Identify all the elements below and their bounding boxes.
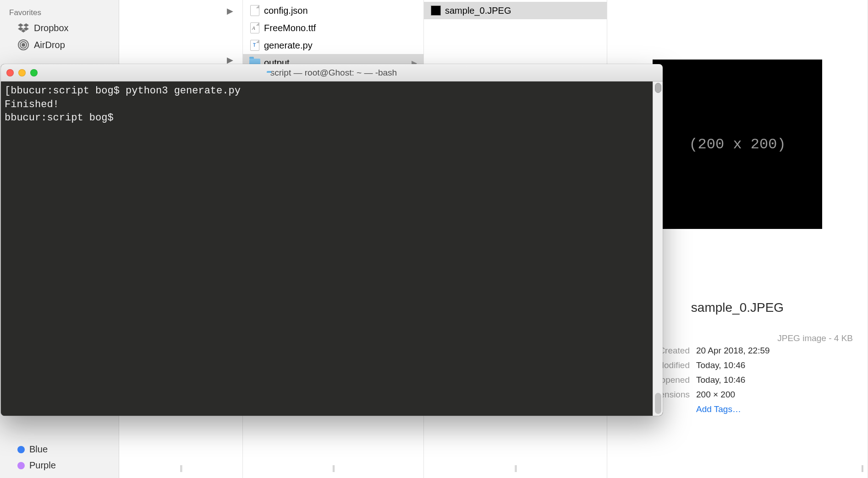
meta-value: 20 Apr 2018, 22:59: [696, 346, 770, 356]
tag-dot-icon: [17, 446, 25, 453]
sidebar-tag-label: Purple: [29, 460, 56, 471]
python-file-icon: T: [249, 39, 260, 51]
column-resize-handle[interactable]: ||: [332, 464, 334, 473]
sidebar-item-airdrop[interactable]: AirDrop: [0, 36, 119, 54]
file-row-config[interactable]: config.json: [243, 2, 423, 19]
dropbox-icon: [17, 23, 29, 33]
column-resize-handle[interactable]: ||: [514, 464, 516, 473]
column-resize-handle[interactable]: ||: [861, 464, 863, 473]
svg-marker-0: [18, 23, 23, 27]
preview-filename: sample_0.JPEG: [691, 300, 784, 315]
file-row-freemono[interactable]: A FreeMono.ttf: [243, 19, 423, 37]
add-tags-link[interactable]: Add Tags…: [696, 404, 741, 414]
airdrop-icon: [17, 39, 29, 51]
terminal-title: script — root@Ghost: ~ — -bash: [1, 68, 663, 78]
terminal-title-text: script — root@Ghost: ~ — -bash: [270, 68, 397, 78]
scroll-thumb[interactable]: [655, 393, 661, 414]
sidebar-tag-purple[interactable]: Purple: [0, 457, 119, 473]
close-icon[interactable]: [6, 69, 14, 76]
font-file-icon: A: [249, 22, 260, 34]
preview-image[interactable]: (200 x 200): [653, 60, 822, 229]
sidebar-item-label: Dropbox: [34, 23, 69, 33]
terminal-body: [bbucur:script bog$ python3 generate.py …: [1, 81, 663, 416]
scroll-indicator-icon: [655, 83, 661, 93]
minimize-icon[interactable]: [18, 69, 26, 76]
sidebar-item-dropbox[interactable]: Dropbox: [0, 20, 119, 36]
terminal-titlebar[interactable]: script — root@Ghost: ~ — -bash: [1, 64, 663, 81]
window-controls: [6, 69, 38, 76]
file-name: sample_0.JPEG: [445, 5, 511, 16]
sidebar-tag-blue[interactable]: Blue: [0, 441, 119, 457]
file-name: config.json: [264, 5, 308, 16]
terminal-window[interactable]: script — root@Ghost: ~ — -bash [bbucur:s…: [1, 64, 663, 416]
meta-value: Today, 10:46: [696, 360, 745, 370]
svg-marker-1: [23, 23, 29, 27]
document-icon: [249, 5, 260, 16]
chevron-right-icon: ▶: [227, 55, 233, 65]
terminal-scrollbar[interactable]: [653, 81, 663, 416]
file-name: FreeMono.ttf: [264, 23, 316, 33]
chevron-right-icon: ▶: [227, 6, 233, 16]
meta-value: Today, 10:46: [696, 375, 745, 385]
tag-dot-icon: [17, 462, 25, 469]
sidebar-tag-label: Blue: [29, 444, 48, 455]
sidebar-tags: Blue Purple: [0, 441, 119, 478]
column-resize-handle[interactable]: ||: [180, 464, 181, 473]
image-thumb-icon: [430, 5, 441, 16]
file-row-sample0[interactable]: sample_0.JPEG: [424, 2, 607, 19]
sidebar-item-label: AirDrop: [34, 40, 65, 50]
zoom-icon[interactable]: [30, 69, 38, 76]
meta-value: 200 × 200: [696, 390, 735, 400]
svg-point-7: [22, 43, 25, 46]
file-name: generate.py: [264, 40, 313, 51]
file-row-generate[interactable]: T generate.py: [243, 37, 423, 54]
sidebar-section-favorites: Favorites: [0, 6, 119, 20]
terminal-output[interactable]: [bbucur:script bog$ python3 generate.py …: [1, 81, 653, 416]
preview-image-text: (200 x 200): [689, 136, 786, 153]
